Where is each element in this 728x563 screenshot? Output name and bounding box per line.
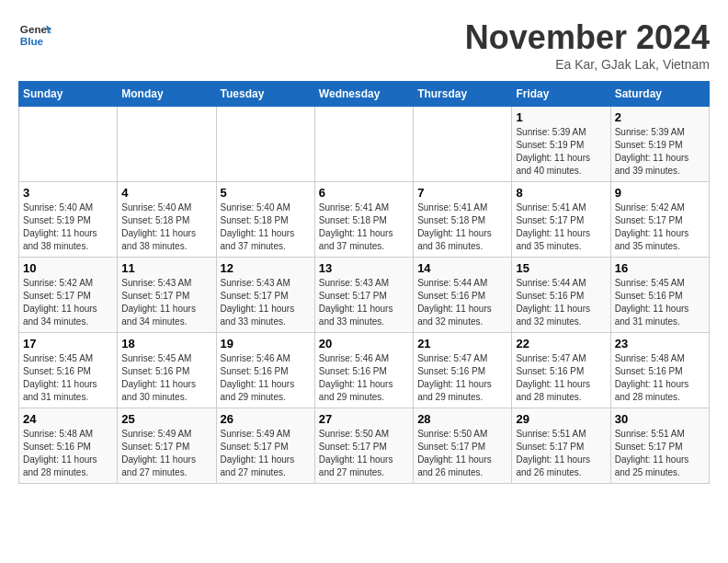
day-number: 15 [516, 261, 606, 275]
calendar-cell: 28Sunrise: 5:50 AM Sunset: 5:17 PM Dayli… [414, 408, 512, 484]
col-header-tuesday: Tuesday [216, 82, 314, 107]
calendar-cell: 5Sunrise: 5:40 AM Sunset: 5:18 PM Daylig… [216, 182, 314, 258]
calendar-cell: 23Sunrise: 5:48 AM Sunset: 5:16 PM Dayli… [610, 333, 709, 408]
day-info: Sunrise: 5:41 AM Sunset: 5:18 PM Dayligh… [319, 201, 409, 253]
calendar-week-row: 3Sunrise: 5:40 AM Sunset: 5:19 PM Daylig… [19, 182, 710, 258]
calendar-week-row: 17Sunrise: 5:45 AM Sunset: 5:16 PM Dayli… [19, 333, 710, 408]
day-number: 23 [615, 337, 705, 350]
day-info: Sunrise: 5:49 AM Sunset: 5:17 PM Dayligh… [221, 428, 311, 479]
calendar-cell: 25Sunrise: 5:49 AM Sunset: 5:17 PM Dayli… [118, 408, 216, 484]
day-number: 2 [615, 110, 705, 124]
calendar-cell [414, 107, 512, 182]
day-info: Sunrise: 5:40 AM Sunset: 5:18 PM Dayligh… [221, 201, 311, 253]
calendar-table: SundayMondayTuesdayWednesdayThursdayFrid… [18, 81, 710, 484]
day-number: 30 [615, 412, 705, 426]
day-number: 29 [516, 412, 606, 426]
calendar-cell: 22Sunrise: 5:47 AM Sunset: 5:16 PM Dayli… [512, 333, 610, 408]
day-number: 22 [516, 337, 606, 350]
day-info: Sunrise: 5:51 AM Sunset: 5:17 PM Dayligh… [516, 428, 606, 479]
day-number: 28 [417, 412, 507, 426]
col-header-friday: Friday [512, 82, 610, 107]
calendar-cell: 9Sunrise: 5:42 AM Sunset: 5:17 PM Daylig… [610, 182, 709, 258]
day-number: 18 [121, 337, 211, 350]
calendar-cell [216, 107, 314, 182]
calendar-cell: 7Sunrise: 5:41 AM Sunset: 5:18 PM Daylig… [414, 182, 512, 258]
day-number: 25 [121, 412, 211, 426]
day-info: Sunrise: 5:48 AM Sunset: 5:16 PM Dayligh… [23, 428, 113, 479]
calendar-cell: 29Sunrise: 5:51 AM Sunset: 5:17 PM Dayli… [512, 408, 610, 484]
calendar-week-row: 1Sunrise: 5:39 AM Sunset: 5:19 PM Daylig… [19, 107, 710, 182]
calendar-cell: 24Sunrise: 5:48 AM Sunset: 5:16 PM Dayli… [19, 408, 118, 484]
col-header-monday: Monday [118, 82, 216, 107]
calendar-week-row: 24Sunrise: 5:48 AM Sunset: 5:16 PM Dayli… [19, 408, 710, 484]
calendar-cell [118, 107, 216, 182]
day-number: 17 [23, 337, 113, 350]
calendar-cell: 1Sunrise: 5:39 AM Sunset: 5:19 PM Daylig… [512, 107, 610, 182]
col-header-thursday: Thursday [414, 82, 512, 107]
calendar-cell: 26Sunrise: 5:49 AM Sunset: 5:17 PM Dayli… [216, 408, 314, 484]
day-info: Sunrise: 5:39 AM Sunset: 5:19 PM Dayligh… [615, 126, 705, 178]
day-number: 4 [121, 186, 211, 200]
page-header: General Blue November 2024 Ea Kar, GJak … [18, 18, 710, 72]
calendar-cell: 6Sunrise: 5:41 AM Sunset: 5:18 PM Daylig… [314, 182, 413, 258]
day-info: Sunrise: 5:45 AM Sunset: 5:16 PM Dayligh… [121, 352, 211, 404]
day-number: 21 [417, 337, 507, 350]
day-info: Sunrise: 5:42 AM Sunset: 5:17 PM Dayligh… [615, 201, 705, 253]
day-info: Sunrise: 5:43 AM Sunset: 5:17 PM Dayligh… [319, 277, 409, 328]
day-info: Sunrise: 5:50 AM Sunset: 5:17 PM Dayligh… [417, 428, 507, 479]
calendar-cell: 14Sunrise: 5:44 AM Sunset: 5:16 PM Dayli… [414, 258, 512, 333]
day-info: Sunrise: 5:45 AM Sunset: 5:16 PM Dayligh… [615, 277, 705, 328]
logo-icon: General Blue [18, 18, 51, 52]
day-info: Sunrise: 5:41 AM Sunset: 5:18 PM Dayligh… [417, 201, 507, 253]
location: Ea Kar, GJak Lak, Vietnam [465, 57, 710, 72]
day-info: Sunrise: 5:51 AM Sunset: 5:17 PM Dayligh… [615, 428, 705, 479]
calendar-cell: 21Sunrise: 5:47 AM Sunset: 5:16 PM Dayli… [414, 333, 512, 408]
day-info: Sunrise: 5:46 AM Sunset: 5:16 PM Dayligh… [319, 352, 409, 404]
day-info: Sunrise: 5:46 AM Sunset: 5:16 PM Dayligh… [221, 352, 311, 404]
calendar-cell [314, 107, 413, 182]
day-number: 6 [319, 186, 409, 200]
month-title: November 2024 [465, 18, 710, 57]
day-number: 13 [319, 261, 409, 275]
calendar-cell: 19Sunrise: 5:46 AM Sunset: 5:16 PM Dayli… [216, 333, 314, 408]
day-number: 10 [23, 261, 113, 275]
calendar-cell: 18Sunrise: 5:45 AM Sunset: 5:16 PM Dayli… [118, 333, 216, 408]
col-header-saturday: Saturday [610, 82, 709, 107]
day-number: 12 [221, 261, 311, 275]
svg-text:Blue: Blue [20, 35, 44, 47]
logo: General Blue [18, 18, 51, 52]
day-number: 7 [417, 186, 507, 200]
calendar-cell: 13Sunrise: 5:43 AM Sunset: 5:17 PM Dayli… [314, 258, 413, 333]
day-info: Sunrise: 5:43 AM Sunset: 5:17 PM Dayligh… [221, 277, 311, 328]
day-info: Sunrise: 5:47 AM Sunset: 5:16 PM Dayligh… [516, 352, 606, 404]
col-header-wednesday: Wednesday [314, 82, 413, 107]
day-number: 24 [23, 412, 113, 426]
day-info: Sunrise: 5:48 AM Sunset: 5:16 PM Dayligh… [615, 352, 705, 404]
calendar-cell: 4Sunrise: 5:40 AM Sunset: 5:18 PM Daylig… [118, 182, 216, 258]
calendar-cell: 3Sunrise: 5:40 AM Sunset: 5:19 PM Daylig… [19, 182, 118, 258]
calendar-cell: 27Sunrise: 5:50 AM Sunset: 5:17 PM Dayli… [314, 408, 413, 484]
day-number: 26 [221, 412, 311, 426]
title-block: November 2024 Ea Kar, GJak Lak, Vietnam [465, 18, 710, 72]
day-number: 1 [516, 110, 606, 124]
day-number: 5 [221, 186, 311, 200]
calendar-cell: 30Sunrise: 5:51 AM Sunset: 5:17 PM Dayli… [610, 408, 709, 484]
day-info: Sunrise: 5:40 AM Sunset: 5:19 PM Dayligh… [23, 201, 113, 253]
calendar-cell: 17Sunrise: 5:45 AM Sunset: 5:16 PM Dayli… [19, 333, 118, 408]
calendar-cell: 2Sunrise: 5:39 AM Sunset: 5:19 PM Daylig… [610, 107, 709, 182]
day-number: 3 [23, 186, 113, 200]
day-info: Sunrise: 5:44 AM Sunset: 5:16 PM Dayligh… [516, 277, 606, 328]
day-number: 9 [615, 186, 705, 200]
day-info: Sunrise: 5:42 AM Sunset: 5:17 PM Dayligh… [23, 277, 113, 328]
day-info: Sunrise: 5:43 AM Sunset: 5:17 PM Dayligh… [121, 277, 211, 328]
calendar-week-row: 10Sunrise: 5:42 AM Sunset: 5:17 PM Dayli… [19, 258, 710, 333]
calendar-cell: 12Sunrise: 5:43 AM Sunset: 5:17 PM Dayli… [216, 258, 314, 333]
day-info: Sunrise: 5:47 AM Sunset: 5:16 PM Dayligh… [417, 352, 507, 404]
calendar-cell: 16Sunrise: 5:45 AM Sunset: 5:16 PM Dayli… [610, 258, 709, 333]
day-info: Sunrise: 5:50 AM Sunset: 5:17 PM Dayligh… [319, 428, 409, 479]
day-number: 16 [615, 261, 705, 275]
calendar-cell: 15Sunrise: 5:44 AM Sunset: 5:16 PM Dayli… [512, 258, 610, 333]
calendar-cell: 20Sunrise: 5:46 AM Sunset: 5:16 PM Dayli… [314, 333, 413, 408]
day-info: Sunrise: 5:45 AM Sunset: 5:16 PM Dayligh… [23, 352, 113, 404]
day-info: Sunrise: 5:49 AM Sunset: 5:17 PM Dayligh… [121, 428, 211, 479]
